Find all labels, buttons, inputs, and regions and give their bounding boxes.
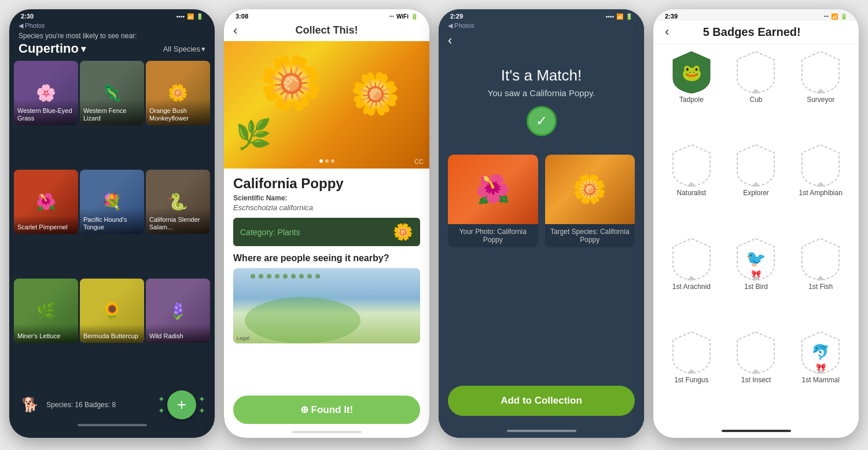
- badge-label-amphibian: 1st Amphibian: [799, 189, 842, 197]
- home-bar-3: [507, 430, 576, 432]
- status-icons-2: ··· WiFi 🔋: [389, 13, 418, 20]
- badge-label-fungus: 1st Fungus: [674, 376, 708, 384]
- badge-1st-bird: 🐦 🎀 1st Bird: [727, 239, 785, 325]
- species-label-7: Bermuda Buttercup: [80, 324, 144, 343]
- badge-svg-arachnid: [671, 236, 712, 283]
- badge-shape-fish: [800, 239, 841, 280]
- badge-label-explorer: Explorer: [743, 189, 769, 197]
- species-cell-2[interactable]: 🌼 Orange Bush Monkeyflower: [146, 61, 210, 125]
- map-legal: Legal: [237, 335, 249, 341]
- badge-svg-insect: [735, 330, 777, 376]
- badge-svg-surveyor: [800, 49, 841, 96]
- phone-4: 2:39 ··· 📶 🔋 ‹ 5 Badges Earned! 🐸: [653, 9, 859, 438]
- badge-svg-tadpole: 🐸: [671, 49, 712, 96]
- badge-shape-amphibian: [800, 145, 841, 186]
- battery-3: 🔋: [626, 13, 632, 20]
- badge-shape-mammal: 🐬 🎀: [800, 332, 841, 374]
- sparkles-icon: ✦✦: [158, 394, 165, 415]
- battery-4: 🔋: [840, 13, 847, 20]
- stats-text: Species: 16 Badges: 8: [46, 401, 116, 409]
- species-cell-0[interactable]: 🌸 Western Blue-Eyed Grass: [14, 61, 78, 125]
- fab-button[interactable]: +: [167, 390, 196, 419]
- map-dots: [251, 274, 320, 279]
- species-cell-6[interactable]: 🌿 Miner's Lettuce: [14, 279, 78, 343]
- category-bar: Category: Plants 🌼: [233, 218, 420, 246]
- svg-marker-3: [687, 182, 696, 186]
- back-button-3[interactable]: ‹: [448, 33, 452, 48]
- badge-label-surveyor: Surveyor: [807, 96, 834, 104]
- species-cell-4[interactable]: 💐 Pacific Hound's Tongue: [80, 170, 144, 234]
- target-photo-label: Target Species: California Poppy: [545, 224, 635, 247]
- badge-explorer: Explorer: [727, 145, 785, 231]
- wifi-4: 📶: [831, 13, 838, 20]
- nearby-title: Where are people seeing it nearby?: [233, 253, 420, 264]
- status-time-1: 2:30: [21, 13, 34, 20]
- badge-shape-tadpole: 🐸: [671, 52, 712, 93]
- back-button-4[interactable]: ‹: [665, 24, 669, 39]
- svg-marker-6: [687, 276, 696, 280]
- status-bar-3: 2:29 ▪▪▪▪ 📶 🔋: [439, 9, 644, 21]
- found-it-button[interactable]: ⊕ Found It!: [233, 396, 420, 424]
- badges-grid: 🐸 Tadpole Cub: [653, 45, 859, 425]
- badge-shape-explorer: [735, 145, 777, 186]
- badge-svg-mammal: 🐬 🎀: [800, 330, 841, 376]
- svg-text:🎀: 🎀: [816, 363, 826, 372]
- svg-marker-5: [816, 182, 825, 186]
- svg-text:🎀: 🎀: [751, 269, 762, 279]
- badge-tadpole: 🐸 Tadpole: [663, 52, 720, 138]
- status-time-4: 2:39: [665, 13, 678, 20]
- badges-title: 5 Badges Earned!: [674, 25, 830, 39]
- image-dots: [319, 159, 334, 163]
- battery-icon-2: 🔋: [411, 13, 418, 20]
- p1-footer: 🐕 Species: 16 Badges: 8 ✦✦ + ✦✦: [9, 386, 215, 422]
- svg-text:🐬: 🐬: [811, 343, 830, 361]
- back-button-2[interactable]: ‹: [233, 23, 237, 38]
- target-photo-card: 🌼 Target Species: California Poppy: [545, 155, 635, 247]
- match-title: It's a Match!: [450, 67, 632, 85]
- sci-label: Scientific Name:: [233, 194, 420, 202]
- badge-svg-fungus: [671, 330, 712, 376]
- species-cell-3[interactable]: 🌺 Scarlet Pimpernel: [14, 170, 78, 234]
- phone-1: 2:30 ▪▪▪▪ 📶 🔋 ◀ Photos Species you're mo…: [9, 9, 215, 438]
- species-cell-1[interactable]: 🦎 Western Fence Lizard: [80, 61, 144, 125]
- category-text: Category: Plants: [240, 228, 300, 237]
- battery-icon: 🔋: [196, 13, 203, 20]
- location-name[interactable]: Cupertino ▾: [19, 41, 86, 56]
- status-bar-2: 3:08 ··· WiFi 🔋: [224, 9, 429, 21]
- species-label-2: Orange Bush Monkeyflower: [146, 99, 210, 125]
- badge-label-insect: 1st Insect: [741, 376, 771, 384]
- phone-2: 3:08 ··· WiFi 🔋 ‹ Collect This! 🌼 🌼 🌿 CC: [224, 9, 429, 438]
- target-photo: 🌼: [545, 155, 635, 224]
- badge-label-arachnid: 1st Arachnid: [672, 283, 711, 291]
- svg-marker-2: [816, 89, 825, 93]
- species-cell-7[interactable]: 🌻 Bermuda Buttercup: [80, 279, 144, 343]
- badge-1st-fish: 1st Fish: [792, 239, 849, 325]
- signal-icon: ▪▪▪▪: [176, 13, 185, 20]
- photos-back-3[interactable]: ◀ Photos: [439, 21, 644, 30]
- photos-back-1[interactable]: ◀ Photos: [9, 21, 215, 30]
- species-cell-8[interactable]: 🪻 Wild Radish: [146, 279, 210, 343]
- p2-header: ‹ Collect This!: [224, 21, 429, 41]
- status-icons-1: ▪▪▪▪ 📶 🔋: [176, 13, 203, 20]
- map-view[interactable]: Legal: [233, 268, 420, 343]
- filter-dropdown[interactable]: All Species ▾: [163, 45, 205, 53]
- add-to-collection-button[interactable]: Add to Collection: [448, 386, 635, 416]
- p1-header: Species you're most likely to see near: …: [9, 30, 215, 61]
- p4-header: ‹ 5 Badges Earned!: [653, 21, 859, 45]
- wifi-icon-2: WiFi: [396, 13, 409, 20]
- svg-marker-4: [751, 182, 760, 186]
- badge-svg-fish: [800, 236, 841, 283]
- badge-label-naturalist: Naturalist: [676, 189, 706, 197]
- badge-shape-cub: [735, 52, 777, 93]
- species-cell-5[interactable]: 🐍 California Slender Salam...: [146, 170, 210, 234]
- p2-title: Collect This!: [295, 24, 358, 36]
- home-bar-1: [78, 424, 147, 426]
- filter-chevron: ▾: [201, 45, 205, 53]
- badge-label-fish: 1st Fish: [808, 283, 833, 291]
- home-bar-2: [292, 431, 362, 433]
- status-time-3: 2:29: [450, 13, 463, 20]
- dot-3: [331, 159, 334, 163]
- dot-1: [319, 159, 323, 163]
- badge-shape-insect: [735, 332, 777, 374]
- match-photos: 🌺 Your Photo: California Poppy 🌼 Target …: [439, 145, 644, 257]
